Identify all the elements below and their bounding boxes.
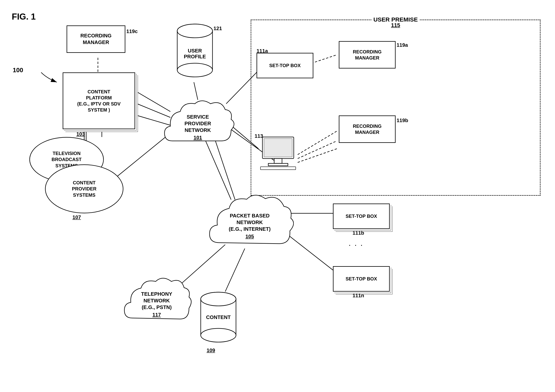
content-provider-label: CONTENTPROVIDERSYSTEMS (72, 180, 96, 198)
content-cylinder: CONTENT (200, 292, 237, 346)
ref-119c: 119c (126, 28, 138, 35)
set-top-box-b-label: SET-TOP BOX (346, 213, 377, 219)
svg-text:CONTENT: CONTENT (206, 314, 231, 320)
recording-manager-119b: RECORDINGMANAGER (339, 115, 396, 143)
ref-105: 105 (245, 234, 254, 240)
svg-text:PROFILE: PROFILE (184, 54, 206, 59)
packet-network-label: PACKET BASEDNETWORK(E.G., INTERNET) (229, 207, 271, 232)
content-platform: CONTENTPLATFORM(E.G., IPTV OR SDVSYSTEM … (63, 72, 135, 129)
svg-rect-34 (261, 167, 296, 170)
user-profile-cylinder: USER PROFILE (176, 23, 213, 80)
content-platform-label: CONTENTPLATFORM(E.G., IPTV OR SDVSYSTEM … (77, 89, 120, 113)
service-provider-network: SERVICEPROVIDERNETWORK 101 (161, 94, 235, 157)
recording-manager-119b-label: RECORDINGMANAGER (353, 123, 382, 135)
ref-111b: 111b (352, 230, 364, 236)
set-top-box-a: SET-TOP BOX (256, 53, 313, 78)
service-provider-label: SERVICEPROVIDERNETWORK (184, 110, 211, 134)
packet-based-network: PACKET BASEDNETWORK(E.G., INTERNET) 105 (206, 188, 294, 258)
ellipsis-dots: . . . (349, 239, 364, 248)
svg-text:USER: USER (188, 48, 202, 54)
ref-119a: 119a (397, 42, 408, 48)
ref-103: 103 (76, 131, 85, 137)
svg-line-20 (288, 235, 333, 270)
computer-icon (256, 135, 300, 170)
telephony-label: TELEPHONYNETWORK(E.G., PSTN) (141, 287, 172, 311)
content-provider: CONTENTPROVIDERSYSTEMS (45, 164, 123, 213)
ref-117: 117 (152, 312, 161, 318)
recording-manager-119c: RECORDINGMANAGER (66, 25, 125, 53)
svg-rect-32 (274, 158, 282, 164)
svg-point-38 (201, 292, 236, 306)
set-top-box-n-label: SET-TOP BOX (346, 276, 377, 282)
ref-113: 113 (255, 133, 263, 139)
ref-121: 121 (213, 25, 222, 31)
user-premise-label: USER PREMISE (372, 16, 420, 23)
svg-point-37 (201, 328, 236, 342)
user-premise-ref: 115 (390, 22, 401, 28)
ref-111a: 111a (256, 48, 268, 54)
diagram: FIG. 1 100 USER PREMISE 115 RECORDINGMAN… (0, 0, 555, 392)
system-ref: 100 (13, 66, 23, 74)
svg-point-26 (177, 63, 212, 77)
ref-107: 107 (73, 214, 81, 220)
set-top-box-a-label: SET-TOP BOX (269, 62, 301, 69)
set-top-box-b: SET-TOP BOX (333, 204, 390, 229)
figure-label: FIG. 1 (12, 12, 36, 21)
recording-manager-119a: RECORDINGMANAGER (339, 41, 396, 69)
ref-111n: 111n (352, 292, 364, 299)
recording-manager-119c-label: RECORDINGMANAGER (80, 33, 112, 46)
ref-109: 109 (207, 347, 215, 353)
ref-101: 101 (193, 135, 202, 141)
ref-119b: 119b (397, 117, 408, 123)
svg-rect-31 (264, 139, 292, 157)
set-top-box-n: SET-TOP BOX (333, 266, 390, 292)
svg-point-27 (177, 24, 212, 38)
recording-manager-119a-label: RECORDINGMANAGER (353, 49, 382, 61)
telephony-network: TELEPHONYNETWORK(E.G., PSTN) 117 (121, 272, 192, 333)
svg-rect-33 (268, 164, 288, 166)
